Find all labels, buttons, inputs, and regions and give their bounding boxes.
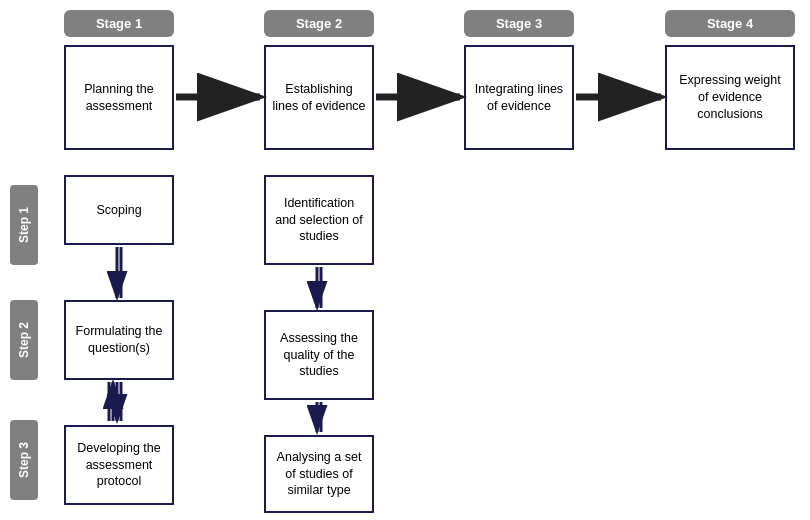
formulating-box: Formulating the question(s) bbox=[64, 300, 174, 380]
analysing-box: Analysing a set of studies of similar ty… bbox=[264, 435, 374, 513]
integrating-box: Integrating lines of evidence bbox=[464, 45, 574, 150]
stage2-label: Stage 2 bbox=[264, 10, 374, 37]
developing-box: Developing the assessment protocol bbox=[64, 425, 174, 505]
diagram: Stage 1 Stage 2 Stage 3 Stage 4 Planning… bbox=[0, 0, 810, 520]
scoping-box: Scoping bbox=[64, 175, 174, 245]
establishing-box: Establishing lines of evidence bbox=[264, 45, 374, 150]
stage1-label: Stage 1 bbox=[64, 10, 174, 37]
stage4-label: Stage 4 bbox=[665, 10, 795, 37]
step2-label: Step 2 bbox=[10, 300, 38, 380]
step3-label: Step 3 bbox=[10, 420, 38, 500]
assessing-box: Assessing the quality of the studies bbox=[264, 310, 374, 400]
planning-box: Planning the assessment bbox=[64, 45, 174, 150]
identification-box: Identification and selection of studies bbox=[264, 175, 374, 265]
step1-label: Step 1 bbox=[10, 185, 38, 265]
expressing-box: Expressing weight of evidence conclusion… bbox=[665, 45, 795, 150]
stage3-label: Stage 3 bbox=[464, 10, 574, 37]
